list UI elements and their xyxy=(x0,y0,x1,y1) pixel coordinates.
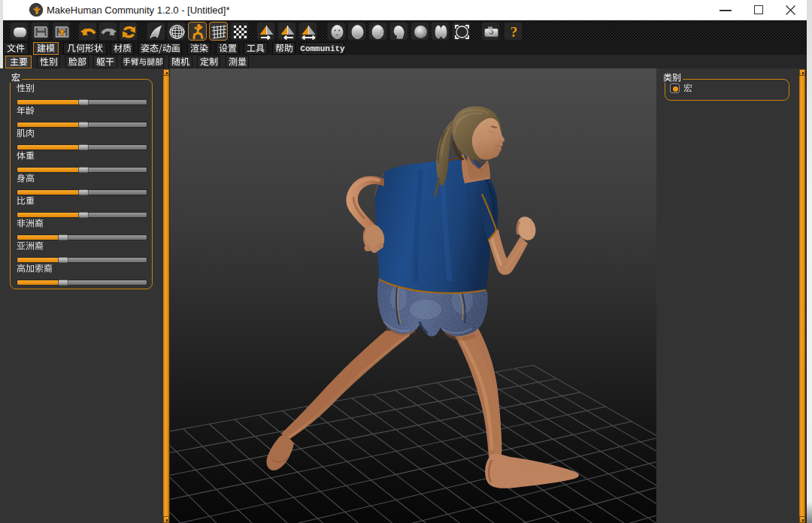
svg-text:?: ? xyxy=(511,24,518,40)
